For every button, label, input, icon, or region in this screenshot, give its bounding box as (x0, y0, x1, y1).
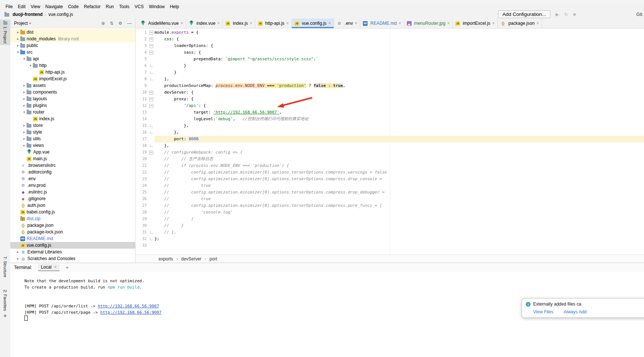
new-terminal-icon[interactable]: + (65, 265, 68, 270)
chevron-down-icon[interactable]: ▾ (29, 21, 31, 25)
menu-vcs[interactable]: VCS (132, 4, 146, 9)
editor-tab-vue.config.js[interactable]: JSvue.config.js× (292, 18, 334, 28)
tree-item-auth.json[interactable]: {}auth.json (10, 202, 135, 209)
close-icon[interactable]: × (536, 21, 539, 26)
tool-button-structure[interactable]: 7: Structure (0, 255, 10, 279)
tree-item-router[interactable]: ▾router (10, 109, 135, 115)
editor-tab-AsideMenu.vue[interactable]: AsideMenu.vue× (138, 18, 186, 28)
tree-item-http-api.js[interactable]: JShttp-api.js (10, 69, 135, 75)
code-line[interactable]: 31 // }, (136, 229, 644, 236)
chevron-closed-icon[interactable]: ▸ (22, 104, 27, 107)
code-line[interactable]: 27 // config.optimization.minimizer[0].o… (136, 202, 644, 209)
close-icon[interactable]: × (217, 21, 220, 26)
fold-collapse-icon[interactable] (149, 151, 153, 155)
tree-item-.editorconfig[interactable]: ⚙.editorconfig (10, 169, 135, 175)
breadcrumb-exports[interactable]: exports (159, 256, 173, 262)
code-line[interactable]: 1module.exports = { (136, 29, 644, 36)
menu-view[interactable]: View (28, 4, 43, 9)
editor-tab-http-api.js[interactable]: JShttp-api.js× (255, 18, 292, 28)
tree-item-.env.prod[interactable]: ⚙.env.prod (10, 182, 135, 189)
tree-item-.eslintrc.js[interactable]: ◆.eslintrc.js (10, 189, 135, 195)
tool-button-project[interactable]: 1: Project (0, 20, 10, 45)
tree-item-index.js[interactable]: JSindex.js (10, 115, 135, 122)
tree-item-main.js[interactable]: JSmain.js (10, 155, 135, 162)
code-line[interactable]: 22 // config.optimization.minimizer[0].o… (136, 169, 644, 176)
chevron-closed-icon[interactable]: ▸ (22, 124, 27, 127)
tree-item-.env[interactable]: ⚙.env (10, 175, 135, 182)
breadcrumb-port[interactable]: port (209, 256, 217, 262)
project-panel-title[interactable]: Project (14, 21, 28, 26)
refresh-icon[interactable]: ↻ (564, 12, 568, 17)
hide-panel-icon[interactable]: — (127, 21, 132, 26)
tree-item-views[interactable]: ▸views (10, 142, 135, 149)
menu-edit[interactable]: Edit (15, 4, 28, 9)
code-line[interactable]: 26 // true (136, 196, 644, 202)
tree-item-App.vue[interactable]: App.vue (10, 149, 135, 155)
chevron-closed-icon[interactable]: ▸ (16, 44, 20, 47)
tree-item-plugins[interactable]: ▸plugins (10, 102, 135, 109)
code-line[interactable]: 16 }, (136, 129, 644, 136)
notification-link-view-files[interactable]: View Files (533, 309, 553, 314)
tree-item-api[interactable]: ▾api (10, 55, 135, 62)
chevron-closed-icon[interactable]: ▸ (22, 84, 27, 87)
stop-icon[interactable]: ■ (573, 12, 576, 17)
tree-item-store[interactable]: ▸store (10, 122, 135, 129)
code-line[interactable]: 14 logLevel:'debug', //控制台终端打印代理前的真实地址 (136, 116, 644, 122)
code-line[interactable]: 33 (136, 242, 644, 249)
code-line[interactable]: 4 sass: { (136, 49, 644, 56)
close-icon[interactable]: × (328, 21, 331, 26)
breadcrumb-devServer[interactable]: devServer (181, 256, 201, 262)
code-line[interactable]: 11 proxy: { (136, 96, 644, 102)
tree-item-components[interactable]: ▸components (10, 89, 135, 95)
tree-item-src[interactable]: ▾src (10, 49, 135, 55)
chevron-open-icon[interactable]: ▾ (28, 64, 33, 67)
collapse-all-icon[interactable]: ⇅ (110, 21, 113, 26)
editor-tab-menuRouter.jpg[interactable]: menuRouter.jpg× (404, 18, 453, 28)
code-line[interactable]: 13 target: 'http://192.168.66.56:9007', (136, 109, 644, 116)
code-line[interactable]: 6 } (136, 63, 644, 69)
fold-collapse-icon[interactable] (149, 91, 153, 95)
close-icon[interactable]: × (181, 21, 183, 26)
editor-tab-README.md[interactable]: MDREADME.md× (360, 18, 404, 28)
tree-item-.gitignore[interactable]: ◆.gitignore (10, 195, 135, 202)
chevron-closed-icon[interactable]: ▸ (22, 144, 27, 147)
tree-item-utils[interactable]: ▸utils (10, 135, 135, 142)
code-line[interactable]: 10 devServer: { (136, 89, 644, 96)
chevron-closed-icon[interactable]: ▸ (16, 257, 20, 260)
tree-item-layouts[interactable]: ▸layouts (10, 95, 135, 102)
tree-item-importExcel.js[interactable]: JSimportExcel.js (10, 75, 135, 82)
run-icon[interactable]: ▶ (556, 12, 559, 17)
editor-tab-importExcel.js[interactable]: JSimportExcel.js× (453, 18, 498, 28)
fold-collapse-icon[interactable] (149, 44, 153, 48)
terminal-link[interactable]: http://192.168.66.56:9007 (100, 310, 161, 315)
tree-item-External Libraries[interactable]: ▸≣External Libraries (10, 249, 135, 255)
editor-tab-.env[interactable]: ⚙.env× (334, 18, 361, 28)
fold-collapse-icon[interactable] (149, 37, 153, 41)
menu-help[interactable]: Help (167, 4, 182, 9)
close-icon[interactable]: × (54, 265, 57, 270)
code-line[interactable]: 8 }, (136, 76, 644, 82)
code-line[interactable]: 29 // ] (136, 216, 644, 222)
fold-collapse-icon[interactable] (149, 31, 153, 35)
chevron-open-icon[interactable]: ▾ (22, 57, 27, 61)
fold-end-icon[interactable] (150, 231, 153, 233)
menu-navigate[interactable]: Navigate (43, 4, 65, 9)
fold-end-icon[interactable] (150, 64, 153, 67)
code-line[interactable]: 20 // // 生产去除日志 (136, 156, 644, 162)
terminal-link[interactable]: http://192.168.66.56:9007 (98, 304, 159, 309)
chevron-open-icon[interactable]: ▾ (22, 110, 27, 114)
tree-item-public[interactable]: ▸public (10, 42, 135, 49)
menu-window[interactable]: Window (146, 4, 167, 9)
fold-end-icon[interactable] (150, 144, 153, 147)
tool-button-favorites[interactable]: 2: Favorites (0, 288, 10, 313)
tree-item-http[interactable]: ▾http (10, 62, 135, 69)
menu-code[interactable]: Code (65, 4, 81, 9)
code-line[interactable]: 18 }, (136, 142, 644, 149)
chevron-closed-icon[interactable]: ▸ (22, 130, 27, 134)
code-line[interactable]: 3 loaderOptions: { (136, 43, 644, 49)
close-icon[interactable]: × (250, 21, 252, 26)
chevron-closed-icon[interactable]: ▸ (22, 90, 27, 94)
tree-item-package-lock.json[interactable]: {}package-lock.json (10, 229, 135, 235)
code-line[interactable]: 30 // } (136, 222, 644, 229)
add-configuration-button[interactable]: Add Configuration... (498, 10, 551, 18)
